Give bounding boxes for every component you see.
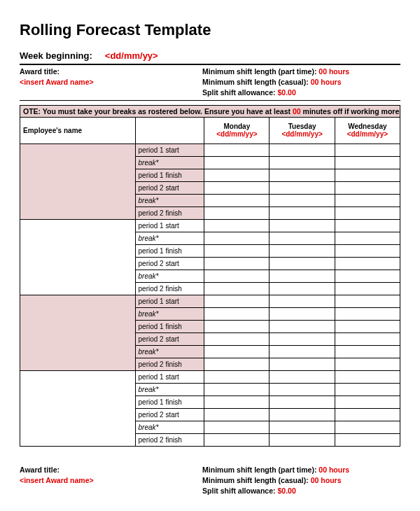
shift-cell[interactable]: [204, 358, 270, 370]
period-label: period 1 start: [135, 144, 204, 156]
shift-cell[interactable]: [335, 282, 400, 295]
shift-cell[interactable]: [270, 370, 335, 383]
shift-cell[interactable]: [270, 257, 335, 270]
shift-cell[interactable]: [335, 370, 400, 383]
shift-cell[interactable]: [335, 206, 400, 219]
period-label: period 2 start: [135, 257, 204, 270]
day-name-2: Wednesday: [338, 122, 397, 130]
period-label: period 1 start: [135, 219, 204, 232]
shift-cell[interactable]: [204, 169, 270, 181]
shift-cell[interactable]: [204, 433, 270, 446]
period-label: break*: [135, 270, 204, 282]
shift-cell[interactable]: [335, 307, 400, 320]
shift-cell[interactable]: [270, 282, 335, 295]
employee-name-cell[interactable]: [20, 144, 136, 219]
shift-cell[interactable]: [204, 307, 270, 320]
shift-cell[interactable]: [204, 332, 270, 345]
shift-cell[interactable]: [204, 320, 270, 332]
min-pt-value: 00 hours: [318, 67, 349, 76]
period-label: break*: [135, 232, 204, 244]
shift-cell[interactable]: [204, 282, 270, 295]
shift-cell[interactable]: [270, 194, 335, 206]
shift-cell[interactable]: [270, 358, 335, 370]
shift-cell[interactable]: [204, 345, 270, 358]
roster-table: Employee's name Monday <dd/mm/yy> Tuesda…: [20, 117, 400, 447]
shift-cell[interactable]: [204, 156, 270, 169]
shift-cell[interactable]: [270, 232, 335, 244]
shift-cell[interactable]: [335, 244, 400, 257]
shift-cell[interactable]: [335, 358, 400, 370]
shift-cell[interactable]: [204, 383, 270, 396]
shift-cell[interactable]: [335, 383, 400, 396]
shift-cell[interactable]: [335, 421, 400, 433]
week-beginning: Week beginning: <dd/mm/yy>: [20, 50, 400, 61]
shift-cell[interactable]: [270, 206, 335, 219]
shift-cell[interactable]: [204, 194, 270, 206]
shift-cell[interactable]: [335, 332, 400, 345]
shift-cell[interactable]: [335, 295, 400, 307]
shift-cell[interactable]: [335, 257, 400, 270]
shift-cell[interactable]: [270, 219, 335, 232]
note-mins: 00: [293, 107, 301, 115]
shift-cell[interactable]: [204, 421, 270, 433]
shift-cell[interactable]: [204, 396, 270, 408]
day-date-0: <dd/mm/yy>: [207, 130, 266, 138]
shift-cell[interactable]: [270, 396, 335, 408]
meta-block-bottom: Award title: <insert Award name> Minimum…: [20, 465, 400, 497]
employee-name-cell[interactable]: [20, 370, 136, 446]
shift-cell[interactable]: [204, 270, 270, 282]
shift-cell[interactable]: [204, 257, 270, 270]
shift-cell[interactable]: [335, 194, 400, 206]
shift-cell[interactable]: [270, 244, 335, 257]
shift-cell[interactable]: [335, 232, 400, 244]
shift-cell[interactable]: [270, 169, 335, 181]
shift-cell[interactable]: [335, 270, 400, 282]
min-shift-part-time: Minimum shift length (part time): 00 hou…: [202, 66, 400, 77]
shift-cell[interactable]: [335, 169, 400, 181]
shift-cell[interactable]: [204, 370, 270, 383]
employee-name-cell[interactable]: [20, 219, 136, 295]
period-label: period 1 start: [135, 295, 204, 307]
shift-cell[interactable]: [204, 181, 270, 194]
shift-cell[interactable]: [270, 307, 335, 320]
shift-cell[interactable]: [204, 408, 270, 421]
shift-cell[interactable]: [335, 320, 400, 332]
shift-cell[interactable]: [270, 144, 335, 156]
shift-cell[interactable]: [335, 408, 400, 421]
shift-cell[interactable]: [335, 144, 400, 156]
employee-name-cell[interactable]: [20, 295, 136, 370]
col-day-2: Wednesday <dd/mm/yy>: [335, 117, 400, 144]
shift-cell[interactable]: [270, 156, 335, 169]
shift-cell[interactable]: [270, 270, 335, 282]
shift-cell[interactable]: [335, 181, 400, 194]
footer-award-title-value: <insert Award name>: [20, 475, 202, 486]
shift-cell[interactable]: [335, 156, 400, 169]
min-casual-label: Minimum shift length (casual):: [202, 78, 311, 86]
shift-cell[interactable]: [204, 219, 270, 232]
note-banner: OTE: You must take your breaks as roster…: [20, 105, 400, 117]
shift-cell[interactable]: [335, 345, 400, 358]
footer-split-value: $0.00: [277, 486, 295, 495]
period-label: period 1 start: [135, 370, 204, 383]
shift-cell[interactable]: [270, 421, 335, 433]
shift-cell[interactable]: [204, 206, 270, 219]
shift-cell[interactable]: [270, 345, 335, 358]
shift-cell[interactable]: [270, 383, 335, 396]
shift-cell[interactable]: [270, 320, 335, 332]
shift-cell[interactable]: [204, 232, 270, 244]
shift-cell[interactable]: [270, 332, 335, 345]
shift-cell[interactable]: [335, 396, 400, 408]
shift-cell[interactable]: [204, 244, 270, 257]
shift-cell[interactable]: [270, 295, 335, 307]
shift-cell[interactable]: [204, 144, 270, 156]
shift-cell[interactable]: [270, 408, 335, 421]
shift-cell[interactable]: [335, 433, 400, 446]
period-label: period 2 finish: [135, 206, 204, 219]
col-day-1: Tuesday <dd/mm/yy>: [270, 117, 335, 144]
shift-cell[interactable]: [204, 295, 270, 307]
note-prefix: OTE: You must take your breaks as roster…: [23, 107, 293, 115]
shift-cell[interactable]: [270, 433, 335, 446]
shift-cell[interactable]: [270, 181, 335, 194]
week-label: Week beginning:: [20, 50, 92, 61]
shift-cell[interactable]: [335, 219, 400, 232]
